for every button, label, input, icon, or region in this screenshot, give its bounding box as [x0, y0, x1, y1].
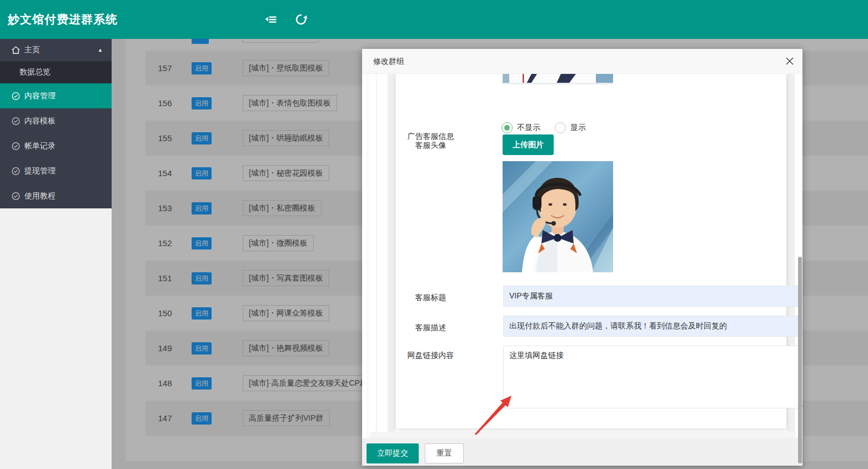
chevron-up-icon[interactable]: ▲ — [98, 47, 103, 53]
sidebar-item-label: 内容模板 — [24, 116, 56, 126]
radio-show[interactable]: 显示 — [555, 122, 586, 133]
circle-check-icon — [11, 166, 21, 176]
collapse-menu-icon[interactable] — [264, 13, 278, 26]
sidebar-item-label: 数据总览 — [19, 67, 51, 77]
home-icon — [11, 46, 21, 55]
radio-icon — [555, 122, 566, 133]
sidebar-item-tutorial[interactable]: 使用教程 — [0, 183, 112, 208]
field-label: 客服标题 — [407, 291, 454, 304]
divider — [376, 74, 377, 438]
submit-button[interactable]: 立即提交 — [367, 443, 419, 463]
close-icon[interactable] — [785, 56, 795, 66]
sidebar-item-label: 使用教程 — [24, 191, 56, 201]
sidebar: 主页 ▲ 数据总览 内容管理 内容模板 帐单记录 提现管理 — [0, 39, 112, 208]
netdisk-link-textarea[interactable]: 这里填网盘链接 — [503, 346, 802, 408]
service-desc-input[interactable] — [503, 316, 802, 337]
field-label: 客服头像 — [407, 138, 454, 152]
sidebar-item-data-overview[interactable]: 数据总览 — [0, 61, 112, 83]
upload-image-button[interactable]: 上传图片 — [503, 134, 554, 155]
sidebar-item-label: 帐单记录 — [24, 141, 56, 151]
sidebar-item-label: 提现管理 — [24, 166, 56, 176]
modal-title: 修改群组 — [373, 49, 404, 74]
customer-service-avatar-image — [503, 161, 613, 272]
divider — [368, 74, 368, 438]
field-label: 客服描述 — [407, 321, 454, 334]
sidebar-item-label: 主页 — [24, 45, 40, 55]
circle-check-icon — [11, 191, 21, 201]
modal-footer: 立即提交 重置 — [362, 438, 802, 466]
scrolled-image-fragment — [503, 74, 613, 84]
refresh-icon[interactable] — [294, 13, 308, 26]
gutter — [370, 432, 796, 438]
radio-hide[interactable]: 不显示 — [501, 122, 540, 133]
reset-button[interactable]: 重置 — [425, 443, 464, 463]
radio-icon — [501, 122, 513, 133]
app-header: 妙文馆付费进群系统 — [0, 0, 868, 39]
sidebar-item-content-manage[interactable]: 内容管理 — [0, 83, 112, 108]
sidebar-item-label: 内容管理 — [24, 91, 56, 101]
service-title-input[interactable] — [503, 286, 802, 307]
sidebar-item-withdraw-manage[interactable]: 提现管理 — [0, 158, 112, 183]
circle-check-icon — [11, 116, 21, 126]
sidebar-item-home[interactable]: 主页 ▲ — [0, 39, 112, 61]
edit-group-modal: 修改群组 广告客服信息 — [362, 49, 802, 466]
sidebar-background — [0, 208, 112, 469]
form-card: 广告客服信息 不显示 显示 客服头像 上传图片 — [396, 74, 786, 428]
modal-body: 广告客服信息 不显示 显示 客服头像 上传图片 — [362, 74, 802, 438]
radio-label: 显示 — [570, 123, 586, 133]
circle-check-icon — [11, 91, 21, 101]
field-label: 网盘链接内容 — [407, 348, 454, 362]
app-title: 妙文馆付费进群系统 — [8, 0, 118, 39]
circle-check-icon — [11, 141, 21, 151]
gutter — [388, 74, 395, 438]
sidebar-item-content-template[interactable]: 内容模板 — [0, 108, 112, 133]
radio-label: 不显示 — [517, 123, 540, 133]
modal-header: 修改群组 — [362, 49, 802, 74]
modal-scrollbar-thumb[interactable] — [798, 257, 802, 463]
sidebar-item-bill-records[interactable]: 帐单记录 — [0, 133, 112, 158]
